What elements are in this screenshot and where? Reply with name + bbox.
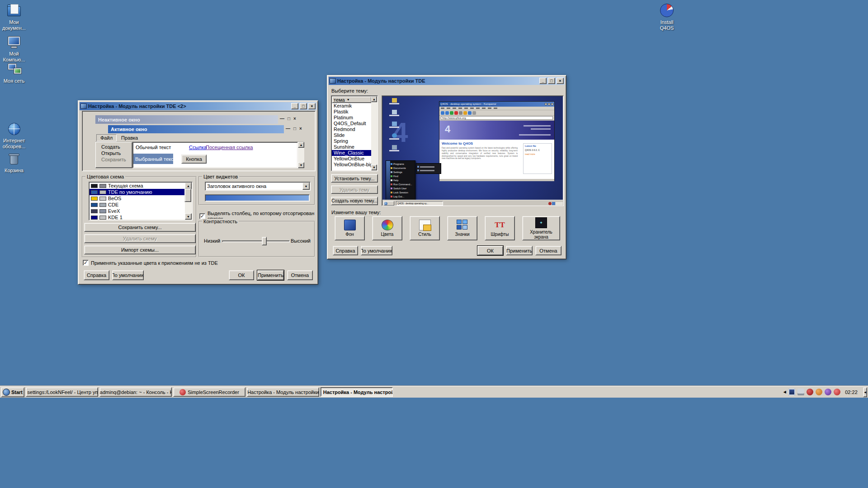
panel-hide-button[interactable]: ◀ [863, 387, 867, 397]
tray-keyboard-icon[interactable] [797, 389, 804, 395]
close-button[interactable]: × [308, 103, 316, 109]
screensaver-button[interactable]: ✦ Хранитель экрана [522, 216, 560, 240]
taskbar-task-settings-2-active[interactable]: Настройка - Модуль настрой... [321, 387, 393, 397]
theme-list-item[interactable]: YellowOnBlue [332, 156, 372, 162]
scroll-up-icon[interactable]: ▲ [371, 96, 377, 102]
color-scheme-preview[interactable]: Неактивное окно —□× Активное окно —□× Фа… [82, 111, 316, 171]
scheme-list-item[interactable]: KDE 1 [90, 214, 184, 220]
ok-button[interactable]: ОК [477, 246, 503, 255]
taskbar-task-control-center[interactable]: settings:/LookNFeel/ - Центр упр... [26, 387, 98, 397]
taskbar-clock[interactable]: 02:22 [843, 389, 860, 395]
theme-window-titlebar[interactable]: Настройка - Модуль настройки TDE _ □ × [329, 77, 565, 85]
colors-button[interactable]: Цвета [372, 216, 402, 240]
theme-list-item[interactable]: YellowOnBlue-big [332, 162, 372, 168]
preview-scrollbar[interactable]: ▲ ▼ [298, 142, 304, 168]
scroll-up-icon[interactable]: ▲ [185, 183, 192, 189]
import-scheme-button[interactable]: Импорт схемы... [84, 245, 196, 254]
widget-color-sample[interactable] [205, 194, 310, 202]
create-theme-button[interactable]: Создать новую тему... [331, 197, 378, 205]
color-scheme-list[interactable]: Текущая схема TDE по умолчанию BeOS CDE … [89, 182, 193, 221]
preview-link-text[interactable]: Ссылка [189, 145, 207, 150]
desktop-icon-internet-browser[interactable]: Интернет обозрев... [0, 122, 28, 150]
defaults-button[interactable]: По умолчанию [361, 246, 392, 255]
scheme-list-item[interactable]: CDE [90, 202, 184, 208]
desktop-icon-my-computer[interactable]: Мой Компью... [0, 35, 28, 63]
desktop-icon-my-documents[interactable]: Мои докумен... [0, 4, 28, 31]
preview-active-titlebar[interactable]: Активное окно [108, 125, 284, 133]
scheme-list-scrollbar[interactable]: ▲ ▼ [185, 183, 192, 220]
contrast-slider-track[interactable] [222, 240, 290, 242]
minimize-button[interactable]: _ [539, 78, 547, 84]
theme-list-item[interactable]: Platinum [332, 115, 372, 121]
scroll-down-icon[interactable]: ▼ [298, 162, 304, 168]
theme-list-scrollbar[interactable]: ▲ ▼ [371, 96, 377, 170]
scroll-track[interactable] [298, 148, 304, 162]
ok-button[interactable]: ОК [229, 270, 254, 280]
widget-combobox[interactable]: Заголовок активного окна ▼ [205, 182, 311, 191]
preview-menu-item[interactable]: Создать [96, 144, 132, 150]
style-button[interactable]: Стиль [410, 216, 440, 240]
theme-list-item[interactable]: Plastik [332, 109, 372, 115]
fonts-button[interactable]: TT Шрифты [485, 216, 515, 240]
defaults-button[interactable]: По умолчанию [112, 270, 144, 280]
scheme-list-item[interactable]: EveX [90, 208, 184, 214]
preview-standard-text[interactable]: Обычный текст [136, 145, 171, 150]
scroll-track[interactable] [371, 102, 377, 164]
contrast-slider-handle[interactable] [262, 237, 267, 245]
apply-button[interactable]: Применить [257, 270, 284, 280]
cancel-button[interactable]: Отмена [287, 270, 313, 280]
preview-menu-item[interactable]: Сохранить [96, 156, 132, 163]
tray-red-app-icon[interactable] [834, 389, 840, 395]
theme-list[interactable]: тема▼ Keramik Plastik Platinum Q4OS_Defa… [331, 95, 378, 171]
maximize-button[interactable]: □ [300, 103, 307, 109]
preview-menu-item[interactable]: Открыть [96, 150, 132, 156]
start-button[interactable]: Start [1, 387, 24, 397]
tray-display-icon[interactable] [788, 389, 795, 395]
preview-menu-file[interactable]: Файл [96, 134, 117, 141]
tray-recorder-icon[interactable] [807, 389, 813, 395]
scroll-down-icon[interactable]: ▼ [371, 164, 377, 170]
scheme-list-item[interactable]: Текущая схема [90, 183, 184, 189]
close-button[interactable]: × [557, 78, 564, 84]
preview-inactive-titlebar[interactable]: Неактивное окно [95, 115, 278, 124]
cancel-button[interactable]: Отмена [535, 246, 561, 255]
theme-list-item[interactable]: Sunshine [332, 144, 372, 150]
theme-list-item-selected[interactable]: Wine_Classic [332, 150, 372, 156]
maximize-button[interactable]: □ [548, 78, 555, 84]
taskbar-task-settings-1[interactable]: Настройка - Модуль настройки TD [247, 387, 319, 397]
scroll-down-icon[interactable]: ▼ [185, 213, 192, 220]
tray-purple-app-icon[interactable] [825, 389, 831, 395]
preview-menu-edit[interactable]: Правка [118, 135, 142, 141]
theme-list-header[interactable]: тема▼ [332, 96, 372, 103]
scroll-track[interactable] [185, 189, 192, 213]
apply-non-tde-checkbox[interactable]: ✓ Применять указанные цвета к приложения… [83, 260, 218, 266]
colors-window-titlebar[interactable]: Настройка - Модуль настройки TDE <2> _ □… [80, 102, 316, 110]
checkbox-checked-icon[interactable]: ✓ [199, 213, 205, 219]
background-button[interactable]: Фон [335, 216, 365, 240]
tray-orange-app-icon[interactable] [816, 389, 822, 395]
save-scheme-button[interactable]: Сохранить схему... [84, 223, 196, 232]
scheme-list-item-selected[interactable]: TDE по умолчанию [90, 189, 184, 195]
chevron-down-icon[interactable]: ▼ [302, 183, 310, 190]
taskbar-task-screenrecorder[interactable]: SimpleScreenRecorder [173, 387, 245, 397]
checkbox-checked-icon[interactable]: ✓ [83, 260, 89, 266]
theme-list-item[interactable]: Redmond [332, 127, 372, 132]
icons-button[interactable]: Значки [447, 216, 477, 240]
help-button[interactable]: Справка [84, 270, 109, 280]
taskbar-task-konsole[interactable]: adminq@debian: ~ - Консоль - Ко... [99, 387, 172, 397]
install-theme-button[interactable]: Установить тему... [331, 174, 378, 183]
preview-selected-text[interactable]: Выбранный текст [133, 154, 173, 164]
theme-list-item[interactable]: Spring [332, 138, 372, 144]
tray-collapse-arrow-icon[interactable]: ◀ [783, 390, 786, 394]
desktop-icon-install-q4os[interactable]: Install Q4OS [653, 4, 681, 31]
minimize-button[interactable]: _ [291, 103, 298, 109]
desktop-icon-my-network[interactable]: Моя сеть [0, 62, 28, 84]
scheme-list-item[interactable]: BeOS [90, 195, 184, 202]
theme-list-item[interactable]: Slide [332, 132, 372, 138]
preview-visited-link-text[interactable]: Посещенная ссылка [206, 145, 253, 150]
preview-sample-button[interactable]: Кнопка [181, 155, 207, 164]
apply-button[interactable]: Применить [506, 246, 533, 255]
theme-list-item[interactable]: Q4OS_Default [332, 121, 372, 127]
help-button[interactable]: Справка [333, 246, 358, 255]
scroll-up-icon[interactable]: ▲ [298, 142, 304, 148]
